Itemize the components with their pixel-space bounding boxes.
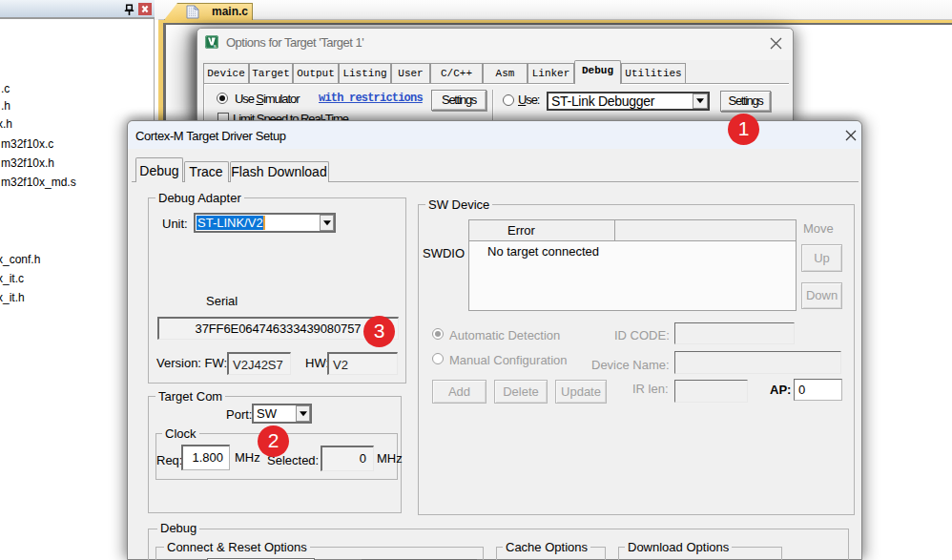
svg-text:s: s	[214, 43, 217, 49]
